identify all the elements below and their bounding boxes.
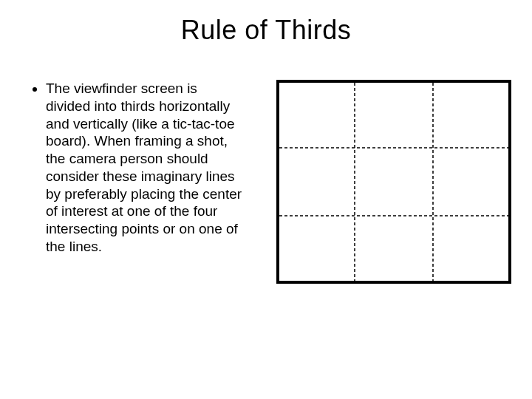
bullet-list: The viewfinder screen is divided into th… [30, 80, 244, 256]
body-text-area: The viewfinder screen is divided into th… [30, 80, 244, 256]
svg-rect-0 [278, 81, 510, 282]
thirds-grid-icon [276, 80, 511, 284]
slide: Rule of Thirds The viewfinder screen is … [0, 0, 532, 399]
rule-of-thirds-figure [276, 80, 511, 284]
slide-title: Rule of Thirds [0, 15, 532, 46]
bullet-item: The viewfinder screen is divided into th… [46, 80, 244, 256]
